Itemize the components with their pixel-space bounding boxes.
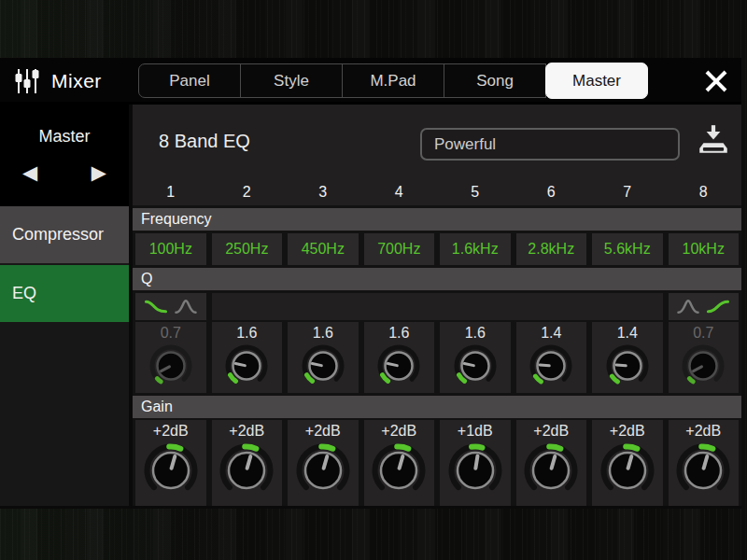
gain-knob-cell-band8: +2dB xyxy=(669,420,740,506)
preset-selector[interactable]: Powerful xyxy=(420,128,680,161)
q-knob-value: 1.6 xyxy=(388,325,409,342)
sidebar: Master ◀ ▶ CompressorEQ xyxy=(0,105,129,506)
q-knob-band3[interactable] xyxy=(299,342,347,390)
q-row-header: Q xyxy=(133,268,741,290)
q-knob-value: 0.7 xyxy=(693,325,713,342)
band-number: 7 xyxy=(592,179,663,205)
gain-row-header: Gain xyxy=(133,396,741,418)
sidebar-item-eq[interactable]: EQ xyxy=(0,265,129,322)
q-knob-value: 1.6 xyxy=(465,325,486,342)
q-knob-band7[interactable] xyxy=(603,342,652,390)
q-knob-cell-band1: 0.7 xyxy=(135,322,206,393)
title-bar: Mixer PanelStyleM.PadSongMaster xyxy=(0,58,741,105)
q-knob-band6[interactable] xyxy=(527,342,575,390)
frequency-value-band3[interactable]: 450Hz xyxy=(288,233,359,265)
frequency-value-band4[interactable]: 700Hz xyxy=(364,233,435,265)
q-knob-cell-band7: 1.4 xyxy=(592,322,663,393)
gain-knob-band8[interactable] xyxy=(672,440,734,501)
band-number: 8 xyxy=(669,179,740,205)
q-knob-cell-band6: 1.4 xyxy=(516,322,587,393)
prev-part-button[interactable]: ◀ xyxy=(22,159,37,187)
q-knob-row: 0.71.61.61.61.61.41.40.7 xyxy=(133,322,741,393)
gain-knob-cell-band2: +2dB xyxy=(212,420,283,506)
part-selector: Master ◀ ▶ xyxy=(0,105,129,206)
frequency-value-row: 100Hz250Hz450Hz700Hz1.6kHz2.8kHz5.6kHz10… xyxy=(133,233,741,265)
tab-mpad[interactable]: M.Pad xyxy=(342,63,444,98)
shelf-falling-icon[interactable] xyxy=(144,297,168,316)
part-selector-label: Master xyxy=(0,127,129,147)
gain-knob-value: +2dB xyxy=(685,423,721,440)
gain-knob-value: +2dB xyxy=(229,423,264,440)
band-number: 6 xyxy=(516,179,587,205)
q-knob-value: 0.7 xyxy=(161,325,181,342)
close-x-icon xyxy=(703,68,729,94)
tab-master[interactable]: Master xyxy=(545,63,648,99)
app-brand: Mixer xyxy=(13,58,102,105)
q-knob-value: 1.6 xyxy=(236,325,257,342)
gain-knob-cell-band1: +2dB xyxy=(135,420,206,506)
filter-type-filler xyxy=(212,293,663,320)
band-number: 4 xyxy=(364,179,435,205)
tab-style[interactable]: Style xyxy=(240,63,343,98)
gain-knob-band3[interactable] xyxy=(292,440,354,501)
q-knob-value: 1.6 xyxy=(313,325,333,342)
frequency-value-band6[interactable]: 2.8kHz xyxy=(516,233,587,265)
filter-type-selector-band8 xyxy=(669,293,740,320)
peak-icon[interactable] xyxy=(676,297,700,316)
gain-knob-band4[interactable] xyxy=(368,440,430,501)
q-knob-value: 1.4 xyxy=(541,325,561,342)
gain-knob-value: +2dB xyxy=(153,423,189,440)
filter-type-row xyxy=(133,293,741,320)
sidebar-item-compressor[interactable]: Compressor xyxy=(0,206,129,263)
mixer-window: Mixer PanelStyleM.PadSongMaster Master ◀… xyxy=(0,58,741,509)
gain-knob-band2[interactable] xyxy=(216,440,277,501)
frequency-value-band1[interactable]: 100Hz xyxy=(135,233,206,265)
app-title: Mixer xyxy=(51,70,102,92)
q-knob-band1[interactable] xyxy=(147,342,195,390)
band-number-row: 12345678 xyxy=(133,179,741,205)
page-title: 8 Band EQ xyxy=(159,131,250,152)
tab-song[interactable]: Song xyxy=(444,63,546,98)
q-knob-band2[interactable] xyxy=(222,342,271,390)
preset-value: Powerful xyxy=(434,135,496,154)
band-number: 5 xyxy=(440,179,511,205)
filter-type-selector-band1 xyxy=(135,293,206,320)
mixer-faders-icon xyxy=(13,66,41,96)
q-knob-cell-band2: 1.6 xyxy=(212,322,283,393)
gain-knob-band7[interactable] xyxy=(597,440,658,501)
save-to-disk-icon xyxy=(696,122,731,158)
gain-knob-cell-band4: +2dB xyxy=(364,420,435,506)
close-button[interactable] xyxy=(700,66,732,96)
eq-header: 8 Band EQ Powerful xyxy=(133,105,741,179)
tab-panel[interactable]: Panel xyxy=(138,63,241,98)
gain-knob-cell-band7: +2dB xyxy=(592,420,663,506)
sidebar-items: CompressorEQ xyxy=(0,206,129,324)
gain-knob-band5[interactable] xyxy=(444,440,506,501)
frequency-value-band7[interactable]: 5.6kHz xyxy=(592,233,663,265)
next-part-button[interactable]: ▶ xyxy=(92,159,106,187)
frequency-value-band2[interactable]: 250Hz xyxy=(212,233,283,265)
frequency-value-band8[interactable]: 10kHz xyxy=(669,233,740,265)
shelf-rising-icon[interactable] xyxy=(706,297,730,316)
gain-knob-cell-band6: +2dB xyxy=(516,420,587,506)
q-knob-band5[interactable] xyxy=(451,342,500,390)
gain-knob-value: +1dB xyxy=(458,423,493,440)
gain-knob-cell-band3: +2dB xyxy=(288,420,359,506)
gain-knob-row: +2dB+2dB+2dB+2dB+1dB+2dB+2dB+2dB xyxy=(133,420,741,506)
frequency-value-band5[interactable]: 1.6kHz xyxy=(440,233,511,265)
peak-icon[interactable] xyxy=(174,297,198,316)
tab-bar: PanelStyleM.PadSongMaster xyxy=(138,63,648,99)
q-knob-cell-band4: 1.6 xyxy=(364,322,435,393)
q-knob-band8[interactable] xyxy=(679,342,727,390)
save-preset-button[interactable] xyxy=(694,119,733,161)
gain-knob-band6[interactable] xyxy=(520,440,582,501)
q-knob-band4[interactable] xyxy=(374,342,423,390)
frequency-row-header: Frequency xyxy=(133,208,741,231)
q-knob-cell-band8: 0.7 xyxy=(669,322,740,393)
gain-knob-band1[interactable] xyxy=(140,440,202,501)
gain-knob-value: +2dB xyxy=(305,423,341,440)
band-number: 3 xyxy=(288,179,359,205)
gain-knob-value: +2dB xyxy=(533,423,569,440)
eq-panel: 8 Band EQ Powerful 12345678 xyxy=(133,105,741,506)
band-number: 2 xyxy=(212,179,283,205)
